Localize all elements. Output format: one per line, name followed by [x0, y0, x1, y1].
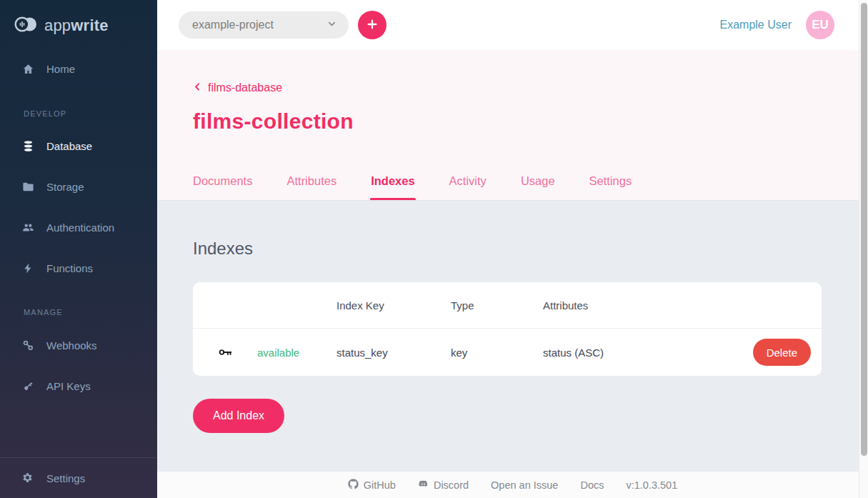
column-header-attributes: Attributes — [543, 299, 714, 312]
footer-open-issue-link[interactable]: Open an Issue — [491, 479, 558, 491]
appwrite-logo[interactable]: appwrite — [0, 0, 157, 36]
link-icon — [21, 339, 34, 352]
tab-bar: Documents Attributes Indexes Activity Us… — [193, 174, 632, 200]
lightning-icon — [21, 262, 34, 274]
footer-github-link[interactable]: GitHub — [348, 479, 396, 492]
table-header-row: Index Key Type Attributes — [193, 282, 822, 329]
tab-activity[interactable]: Activity — [449, 174, 487, 200]
chevron-down-icon — [326, 19, 337, 32]
index-status: available — [257, 347, 336, 359]
sidebar-item-functions[interactable]: Functions — [0, 254, 157, 282]
sidebar-item-webhooks[interactable]: Webhooks — [0, 331, 157, 359]
footer-discord-link[interactable]: Discord — [418, 479, 469, 492]
tab-usage[interactable]: Usage — [521, 174, 555, 200]
index-attributes-cell: status (ASC) — [543, 347, 714, 359]
breadcrumb[interactable]: films-database — [193, 81, 282, 94]
appwrite-logo-icon — [14, 15, 38, 36]
sidebar-item-home[interactable]: Home — [0, 54, 157, 83]
sidebar-item-label: Functions — [46, 262, 93, 274]
section-heading: Indexes — [193, 239, 253, 259]
sidebar-item-storage[interactable]: Storage — [0, 172, 157, 201]
sidebar-item-label: Storage — [46, 181, 84, 193]
sidebar-item-authentication[interactable]: Authentication — [0, 213, 157, 241]
database-icon — [21, 139, 34, 152]
add-index-button[interactable]: Add Index — [193, 399, 284, 433]
user-area: Example User EU — [720, 11, 834, 39]
index-type-cell: key — [451, 347, 543, 359]
page-header: films-database films-collection Document… — [157, 50, 868, 201]
sidebar-item-label: Home — [46, 63, 75, 75]
footer-github-label: GitHub — [364, 479, 396, 491]
tab-attributes[interactable]: Attributes — [286, 174, 336, 200]
appwrite-logo-text: appwrite — [44, 16, 109, 35]
sidebar-item-label: Settings — [46, 472, 85, 484]
footer-version: v:1.0.3.501 — [626, 479, 677, 491]
sidebar-item-database[interactable]: Database — [0, 131, 157, 160]
delete-index-button[interactable]: Delete — [753, 339, 811, 366]
sidebar-item-label: Authentication — [46, 221, 114, 234]
sidebar-item-label: Database — [46, 140, 92, 152]
folder-icon — [21, 180, 34, 193]
topbar: example-project Example User EU — [157, 0, 868, 50]
tab-indexes[interactable]: Indexes — [371, 174, 414, 200]
gear-icon — [21, 472, 34, 484]
tab-documents[interactable]: Documents — [193, 174, 252, 200]
plus-icon — [366, 19, 378, 32]
index-key-icon — [193, 344, 257, 360]
user-name-link[interactable]: Example User — [720, 19, 792, 31]
page-title: films-collection — [193, 109, 868, 134]
avatar[interactable]: EU — [806, 11, 834, 39]
sidebar: appwrite Home DEVELOP Database Storage A… — [0, 0, 157, 498]
home-icon — [21, 62, 34, 75]
page-scrollbar[interactable] — [859, 0, 868, 498]
github-icon — [348, 479, 359, 492]
column-header-index-key: Index Key — [336, 299, 451, 312]
footer: GitHub Discord Open an Issue Docs v:1.0.… — [157, 472, 868, 498]
sidebar-item-label: API Keys — [46, 380, 91, 392]
create-project-button[interactable] — [358, 11, 386, 39]
sidebar-section-manage: MANAGE — [0, 308, 157, 317]
column-header-type: Type — [451, 299, 543, 312]
sidebar-item-label: Webhooks — [46, 339, 97, 352]
indexes-table: Index Key Type Attributes available stat… — [193, 282, 822, 376]
sidebar-section-develop: DEVELOP — [0, 109, 157, 118]
sidebar-item-api-keys[interactable]: API Keys — [0, 372, 157, 400]
project-select[interactable]: example-project — [179, 11, 349, 39]
key-icon — [21, 379, 34, 392]
project-select-value: example-project — [192, 19, 274, 31]
breadcrumb-label: films-database — [208, 81, 282, 94]
users-icon — [21, 221, 34, 234]
footer-docs-link[interactable]: Docs — [580, 479, 604, 491]
footer-discord-label: Discord — [434, 479, 469, 491]
sidebar-item-settings[interactable]: Settings — [0, 457, 157, 498]
index-key-cell: status_key — [336, 347, 451, 359]
scrollbar-thumb[interactable] — [861, 3, 867, 456]
table-row: available status_key key status (ASC) De… — [193, 329, 822, 376]
tab-settings[interactable]: Settings — [589, 174, 632, 200]
chevron-left-icon — [193, 81, 202, 94]
discord-icon — [418, 479, 429, 492]
